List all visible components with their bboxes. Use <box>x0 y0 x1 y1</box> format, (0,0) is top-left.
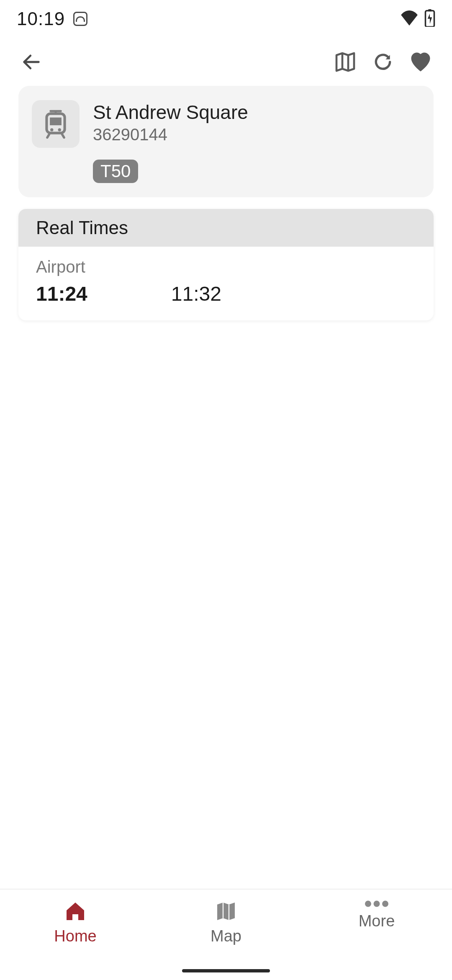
nav-home-label: Home <box>54 927 96 945</box>
following-departure-time: 11:32 <box>171 282 221 305</box>
favorite-button[interactable] <box>402 43 439 81</box>
nav-more[interactable]: More <box>301 890 452 980</box>
map-button[interactable] <box>326 43 364 81</box>
android-app-icon <box>73 12 87 26</box>
home-icon <box>64 900 87 923</box>
status-bar-left: 10:19 <box>17 8 87 29</box>
svg-rect-1 <box>429 9 431 11</box>
real-times-entry[interactable]: Airport 11:24 11:32 <box>18 247 434 320</box>
svg-point-8 <box>382 901 388 907</box>
status-time: 10:19 <box>17 8 65 29</box>
real-times-card: Real Times Airport 11:24 11:32 <box>18 209 434 320</box>
next-departure-time: 11:24 <box>36 282 87 305</box>
map-icon <box>334 50 357 74</box>
svg-point-4 <box>50 128 53 131</box>
refresh-button[interactable] <box>364 43 402 81</box>
stop-id: 36290144 <box>93 125 419 144</box>
stop-card[interactable]: St Andrew Square 36290144 T50 <box>18 86 434 197</box>
svg-point-5 <box>58 128 61 131</box>
route-badge[interactable]: T50 <box>93 160 138 183</box>
destination-label: Airport <box>36 258 416 276</box>
refresh-icon <box>372 52 393 72</box>
nav-map-label: Map <box>211 927 241 945</box>
svg-rect-3 <box>50 118 62 126</box>
home-indicator[interactable] <box>182 969 270 972</box>
wifi-icon <box>400 10 419 27</box>
arrow-left-icon <box>21 51 42 73</box>
vehicle-type-icon-box <box>32 100 80 148</box>
real-times-heading: Real Times <box>18 209 434 247</box>
status-bar: 10:19 <box>0 0 452 38</box>
back-button[interactable] <box>13 43 50 81</box>
status-bar-right <box>400 9 435 28</box>
nav-map[interactable]: Map <box>151 890 301 980</box>
nav-more-label: More <box>359 912 395 930</box>
map-nav-icon <box>214 900 238 923</box>
heart-icon <box>408 49 433 75</box>
app-bar <box>0 38 452 86</box>
battery-charging-icon <box>424 9 435 28</box>
svg-point-7 <box>374 901 380 907</box>
tram-icon <box>40 108 71 139</box>
svg-point-6 <box>365 901 371 907</box>
stop-name: St Andrew Square <box>93 101 419 124</box>
more-icon <box>365 900 388 908</box>
bottom-nav: Home Map More <box>0 889 452 980</box>
nav-home[interactable]: Home <box>0 890 151 980</box>
